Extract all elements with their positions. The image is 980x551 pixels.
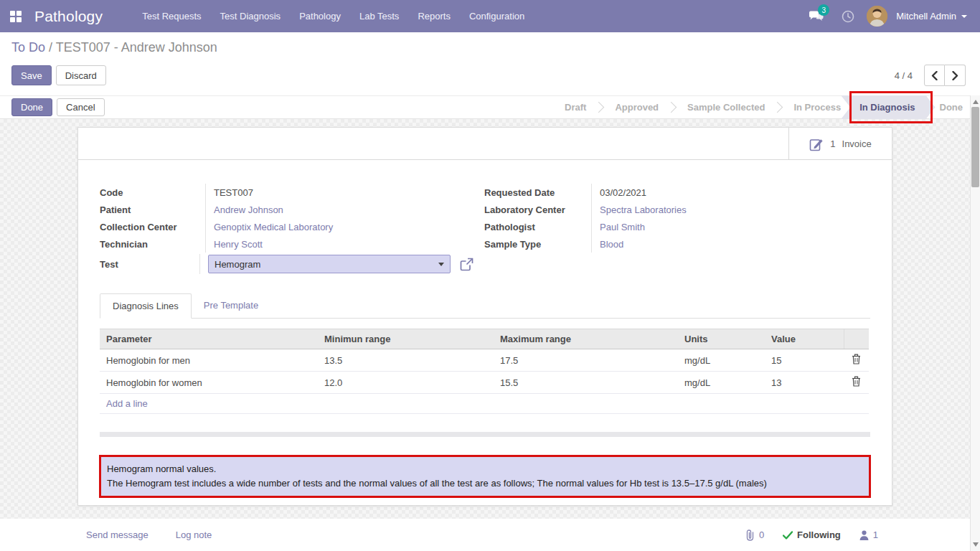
dropdown-caret-icon — [438, 263, 444, 266]
menu-lab-tests[interactable]: Lab Tests — [350, 0, 408, 32]
stage-done[interactable]: Done — [936, 95, 968, 119]
col-actions — [844, 329, 869, 349]
cell-min[interactable]: 12.0 — [318, 372, 494, 394]
field-technician-label: Technician — [100, 235, 206, 253]
field-pathologist-label: Pathologist — [484, 218, 592, 235]
separator-bar — [100, 432, 870, 437]
tab-diagnosis-lines[interactable]: Diagnosis Lines — [100, 293, 192, 319]
app-brand[interactable]: Pathology — [34, 8, 103, 25]
field-laboratory-center: Laboratory Center Spectra Laboratories — [484, 201, 870, 218]
stage-sample-collected[interactable]: Sample Collected — [683, 95, 769, 119]
field-laboratory-center-value[interactable]: Spectra Laboratories — [592, 204, 687, 215]
field-collection-center: Collection Center Genoptix Medical Labor… — [100, 218, 473, 235]
messages-icon[interactable]: 3 — [804, 0, 829, 32]
col-parameter: Parameter — [100, 329, 318, 349]
cell-parameter[interactable]: Hemoglobin for men — [100, 349, 318, 372]
attachments-button[interactable]: 0 — [745, 529, 764, 541]
cell-delete[interactable] — [844, 372, 869, 394]
discard-button[interactable]: Discard — [56, 65, 106, 85]
pager-previous-button[interactable] — [924, 65, 945, 86]
avatar[interactable] — [867, 6, 887, 27]
following-button[interactable]: Following — [783, 529, 841, 540]
invoice-stat-button[interactable]: 1 Invoice — [788, 128, 892, 160]
scroll-up-icon[interactable] — [973, 100, 979, 104]
breadcrumb-parent[interactable]: To Do — [11, 40, 45, 55]
pager-next-button[interactable] — [945, 65, 966, 86]
cancel-button[interactable]: Cancel — [57, 98, 104, 116]
field-technician: Technician Henry Scott — [100, 235, 473, 253]
followers-count: 1 — [873, 529, 878, 540]
field-collection-center-value[interactable]: Genoptix Medical Laboratory — [206, 222, 333, 232]
test-dropdown-value: Hemogram — [215, 259, 260, 270]
chatter-right: 0 Following 1 — [745, 529, 970, 541]
scroll-down-icon[interactable] — [973, 542, 979, 547]
stage-draft[interactable]: Draft — [560, 95, 590, 119]
field-requested-date: Requested Date 03/02/2021 — [484, 184, 870, 201]
field-technician-value[interactable]: Henry Scott — [206, 239, 263, 250]
cell-delete[interactable] — [844, 349, 869, 372]
stage-approved[interactable]: Approved — [611, 95, 663, 119]
content-background: 1 Invoice Code TEST007 Patient Andrew Jo… — [0, 119, 970, 519]
sheet-header: 1 Invoice — [78, 128, 892, 160]
stage-in-diagnosis[interactable]: In Diagnosis — [841, 95, 935, 119]
diagnosis-lines-table: Parameter Minimun range Maximum range Un… — [100, 329, 869, 414]
breadcrumb-separator: / — [49, 40, 52, 55]
pager-buttons — [924, 65, 966, 86]
field-patient-value[interactable]: Andrew Johnson — [206, 204, 283, 215]
stage-arrow-icon — [593, 102, 605, 113]
avatar-image — [867, 6, 887, 27]
control-panel-buttons: Save Discard 4 / 4 — [11, 65, 969, 86]
stage-in-process[interactable]: In Process — [789, 95, 845, 119]
trash-icon — [852, 376, 861, 387]
stage-arrow-icon — [666, 102, 677, 113]
followers-button[interactable]: 1 — [859, 529, 878, 540]
cell-max[interactable]: 17.5 — [494, 349, 678, 372]
cell-units[interactable]: mg/dL — [678, 372, 765, 394]
menu-test-requests[interactable]: Test Requests — [133, 0, 210, 32]
invoice-label: Invoice — [842, 138, 872, 149]
cell-units[interactable]: mg/dL — [678, 349, 765, 372]
col-value: Value — [765, 329, 844, 349]
col-max-range: Maximum range — [494, 329, 678, 349]
field-sample-type-value[interactable]: Blood — [592, 239, 623, 250]
done-button[interactable]: Done — [11, 98, 52, 116]
menu-pathology[interactable]: Pathology — [290, 0, 350, 32]
activities-icon[interactable] — [835, 0, 861, 32]
menu-test-diagnosis[interactable]: Test Diagnosis — [211, 0, 291, 32]
cell-value[interactable]: 15 — [765, 349, 844, 372]
field-code-value[interactable]: TEST007 — [206, 187, 253, 198]
add-a-line-link[interactable]: Add a line — [106, 398, 148, 409]
breadcrumb-current: TEST007 - Andrew Johnson — [56, 40, 217, 55]
control-panel: To Do / TEST007 - Andrew Johnson Save Di… — [0, 32, 980, 95]
menu-configuration[interactable]: Configuration — [460, 0, 534, 32]
menu-reports[interactable]: Reports — [408, 0, 460, 32]
form-group-right: Requested Date 03/02/2021 Laboratory Cen… — [484, 184, 870, 274]
save-button[interactable]: Save — [11, 65, 52, 85]
vertical-scrollbar[interactable] — [970, 95, 980, 551]
pager: 4 / 4 — [895, 65, 969, 86]
tab-pre-template[interactable]: Pre Template — [192, 293, 270, 319]
field-sample-type: Sample Type Blood — [484, 235, 870, 253]
scrollbar-thumb[interactable] — [971, 107, 979, 187]
send-message-link[interactable]: Send message — [86, 529, 149, 540]
stage-pipeline: Draft Approved Sample Collected In Proce… — [560, 95, 970, 119]
cell-value[interactable]: 13 — [765, 372, 844, 394]
cell-min[interactable]: 13.5 — [318, 349, 494, 372]
field-pathologist-value[interactable]: Paul Smith — [592, 222, 645, 232]
user-menu[interactable]: Mitchell Admin — [893, 11, 970, 22]
screen: Pathology Test Requests Test Diagnosis P… — [0, 0, 980, 551]
cell-max[interactable]: 15.5 — [494, 372, 678, 394]
external-link-icon[interactable] — [460, 258, 473, 271]
main-menu: Test Requests Test Diagnosis Pathology L… — [133, 0, 534, 32]
grid-icon — [10, 11, 22, 22]
person-icon — [859, 530, 869, 540]
apps-menu-icon[interactable] — [0, 0, 32, 32]
test-dropdown[interactable]: Hemogram — [208, 255, 451, 273]
chatter: Send message Log note 0 Following — [0, 519, 970, 551]
field-requested-date-value[interactable]: 03/02/2021 — [592, 187, 646, 198]
cell-parameter[interactable]: Hemoglobin for women — [100, 372, 318, 394]
user-name: Mitchell Admin — [896, 11, 956, 22]
table-header-row: Parameter Minimun range Maximum range Un… — [100, 329, 869, 349]
log-note-link[interactable]: Log note — [176, 529, 212, 540]
paperclip-icon — [745, 529, 755, 541]
